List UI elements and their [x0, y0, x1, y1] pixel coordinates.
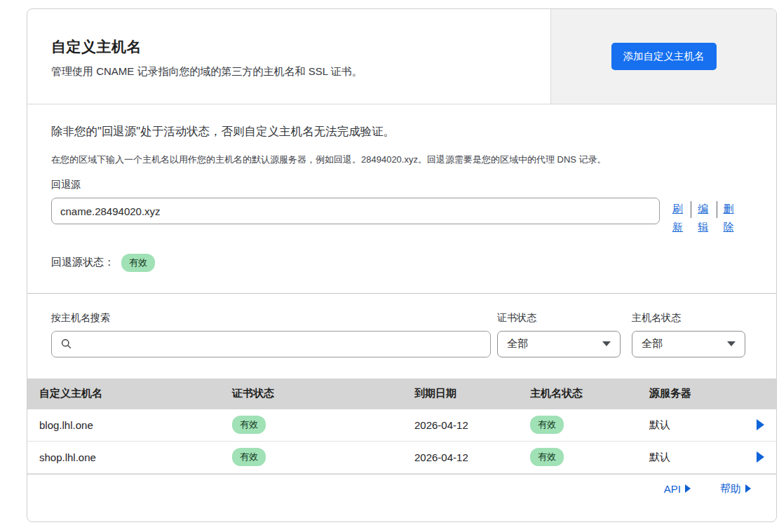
api-link[interactable]: API — [664, 483, 691, 495]
custom-hostnames-card: 自定义主机名 管理使用 CNAME 记录指向您的域的第三方的主机名和 SSL 证… — [27, 8, 777, 522]
card-header: 自定义主机名 管理使用 CNAME 记录指向您的域的第三方的主机名和 SSL 证… — [27, 9, 776, 104]
hostname-status-select[interactable]: 全部 — [632, 331, 745, 357]
delete-link[interactable]: 删除 — [724, 200, 736, 237]
hostname-status-label: 主机名状态 — [632, 312, 745, 325]
hostname-status-filter-group: 主机名状态 全部 — [632, 312, 745, 357]
chevron-down-icon — [602, 341, 611, 346]
col-header-hostname-status: 主机名状态 — [530, 387, 649, 400]
origin-cell: 默认 — [649, 418, 732, 432]
cert-status-cell: 有效 — [232, 416, 414, 434]
api-link-label: API — [664, 483, 681, 495]
search-icon — [60, 338, 72, 350]
table-header-row: 自定义主机名 证书状态 到期日期 主机名状态 源服务器 — [27, 378, 776, 409]
cert-status-label: 证书状态 — [497, 312, 632, 325]
cert-status-filter-group: 证书状态 全部 — [497, 312, 632, 357]
origin-cell: 默认 — [649, 451, 732, 464]
cert-status-badge: 有效 — [232, 448, 266, 466]
header-text-block: 自定义主机名 管理使用 CNAME 记录指向您的域的第三方的主机名和 SSL 证… — [27, 9, 550, 104]
fallback-hint: 在您的区域下输入一个主机名以用作您的主机名的默认源服务器，例如回退。284940… — [51, 154, 752, 166]
help-link[interactable]: 帮助 — [720, 482, 751, 496]
help-link-label: 帮助 — [720, 482, 741, 496]
fallback-notice: 除非您的"回退源"处于活动状态，否则自定义主机名无法完成验证。 — [51, 124, 752, 139]
page-title: 自定义主机名 — [51, 37, 550, 57]
action-divider — [691, 201, 691, 218]
col-header-expires: 到期日期 — [414, 387, 530, 400]
hostname-status-badge: 有效 — [530, 416, 564, 434]
cert-status-badge: 有效 — [232, 416, 266, 434]
fallback-status-badge: 有效 — [121, 254, 155, 272]
hostname-cell: blog.lhl.one — [39, 419, 232, 431]
add-custom-hostname-button[interactable]: 添加自定义主机名 — [611, 43, 717, 70]
row-expand-arrow-icon[interactable] — [757, 451, 764, 463]
page-subtitle: 管理使用 CNAME 记录指向您的域的第三方的主机名和 SSL 证书。 — [51, 65, 550, 79]
arrow-right-icon — [745, 484, 751, 493]
cert-status-select[interactable]: 全部 — [497, 331, 621, 357]
fallback-origin-section: 除非您的"回退源"处于活动状态，否则自定义主机名无法完成验证。 在您的区域下输入… — [27, 104, 776, 294]
chevron-down-icon — [727, 341, 736, 346]
hostname-status-cell: 有效 — [530, 448, 649, 466]
expires-cell: 2026-04-12 — [414, 451, 530, 463]
fallback-origin-input[interactable] — [51, 198, 660, 224]
col-header-hostname: 自定义主机名 — [39, 387, 232, 400]
fallback-origin-row: 刷新 编辑 删除 — [51, 198, 752, 237]
card-footer: API 帮助 — [27, 474, 776, 503]
search-input[interactable] — [51, 331, 491, 357]
header-action-panel: 添加自定义主机名 — [550, 9, 776, 104]
custom-hostnames-table: 自定义主机名 证书状态 到期日期 主机名状态 源服务器 blog.lhl.one… — [27, 378, 776, 474]
col-header-origin: 源服务器 — [649, 387, 732, 400]
edit-link[interactable]: 编辑 — [698, 200, 710, 237]
cert-status-cell: 有效 — [232, 448, 414, 466]
search-label: 按主机名搜索 — [51, 312, 491, 325]
fallback-origin-actions: 刷新 编辑 删除 — [672, 198, 736, 237]
table-body: blog.lhl.one 有效 2026-04-12 有效 默认 shop.lh… — [27, 409, 776, 474]
filters-section: 按主机名搜索 证书状态 全部 主机名状态 全部 — [27, 294, 776, 357]
expires-cell: 2026-04-12 — [414, 419, 530, 431]
fallback-status-label: 回退源状态： — [51, 256, 114, 269]
hostname-status-cell: 有效 — [530, 416, 649, 434]
search-filter-group: 按主机名搜索 — [51, 312, 491, 357]
table-row: blog.lhl.one 有效 2026-04-12 有效 默认 — [27, 409, 776, 442]
cert-status-selected-value: 全部 — [507, 337, 528, 350]
arrow-right-icon — [685, 484, 691, 493]
fallback-status-line: 回退源状态： 有效 — [51, 254, 752, 272]
hostname-cell: shop.lhl.one — [39, 451, 232, 463]
refresh-link[interactable]: 刷新 — [672, 200, 684, 237]
action-divider — [717, 201, 717, 218]
hostname-status-badge: 有效 — [530, 448, 564, 466]
row-expand-arrow-icon[interactable] — [757, 419, 764, 430]
hostname-status-selected-value: 全部 — [642, 337, 663, 350]
fallback-origin-label: 回退源 — [51, 179, 752, 191]
search-wrap — [51, 331, 491, 357]
table-row: shop.lhl.one 有效 2026-04-12 有效 默认 — [27, 442, 776, 474]
col-header-cert-status: 证书状态 — [232, 387, 414, 400]
